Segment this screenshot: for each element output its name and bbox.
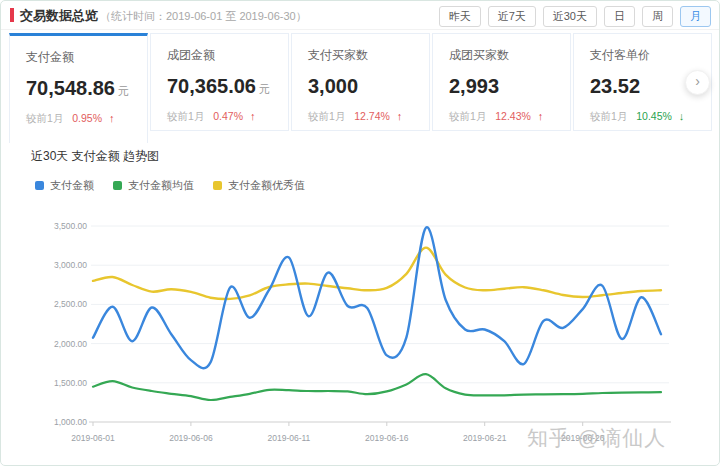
x-axis-label: 2019-06-11 bbox=[267, 433, 310, 443]
dashboard-panel: 交易数据总览 （统计时间：2019-06-01 至 2019-06-30） 昨天… bbox=[0, 0, 720, 466]
series-line-payment-amount-average bbox=[93, 374, 661, 400]
x-axis-label: 2019-06-16 bbox=[365, 433, 409, 443]
y-axis-label: 2,000.00 bbox=[54, 339, 87, 349]
arrow-up-icon: ↑ bbox=[109, 112, 115, 124]
compare-label: 较前1月 bbox=[26, 112, 63, 124]
y-axis-label: 1,500.00 bbox=[54, 378, 87, 388]
card-label: 支付金额 bbox=[26, 49, 147, 66]
card-value: 70,548.86 bbox=[26, 77, 115, 99]
y-axis-label: 3,000.00 bbox=[54, 260, 87, 270]
x-axis-label: 2019-06-21 bbox=[463, 433, 507, 443]
chevron-right-icon[interactable]: › bbox=[685, 70, 710, 95]
watermark: 知乎 @谪仙人 bbox=[527, 424, 666, 452]
change-percent: 0.95% bbox=[72, 112, 102, 124]
stat-card-payment-amount[interactable]: 支付金额 70,548.86元 较前1月 0.95% ↑ bbox=[9, 33, 148, 143]
x-axis-label: 2019-06-01 bbox=[71, 433, 115, 443]
x-axis-label: 2019-06-06 bbox=[169, 433, 213, 443]
y-axis-label: 1,000.00 bbox=[54, 417, 87, 427]
y-axis-label: 3,500.00 bbox=[54, 221, 87, 231]
card-unit: 元 bbox=[118, 85, 129, 97]
series-line-payment-amount-excellent bbox=[93, 248, 661, 299]
y-axis-label: 2,500.00 bbox=[54, 299, 87, 309]
